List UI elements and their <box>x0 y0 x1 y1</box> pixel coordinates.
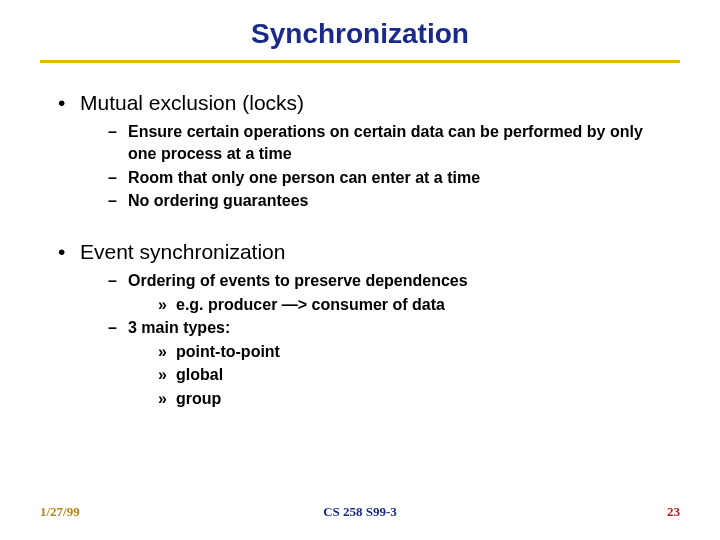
bullet-es-ptp: point-to-point <box>50 341 670 363</box>
bullet-mutual-exclusion: Mutual exclusion (locks) <box>50 89 670 117</box>
bullet-event-sync: Event synchronization <box>50 238 670 266</box>
bullet-es-global: global <box>50 364 670 386</box>
footer: 1/27/99 CS 258 S99-3 23 <box>0 504 720 524</box>
bullet-me-noorder: No ordering guarantees <box>50 190 670 212</box>
bullet-me-ensure: Ensure certain operations on certain dat… <box>50 121 670 164</box>
bullet-me-room: Room that only one person can enter at a… <box>50 167 670 189</box>
footer-pageno: 23 <box>667 504 680 520</box>
bullet-es-ordering: Ordering of events to preserve dependenc… <box>50 270 670 292</box>
slide-title: Synchronization <box>0 0 720 50</box>
bullet-es-types: 3 main types: <box>50 317 670 339</box>
slide: Synchronization Mutual exclusion (locks)… <box>0 0 720 540</box>
bullet-es-group: group <box>50 388 670 410</box>
spacer <box>50 214 670 232</box>
slide-body: Mutual exclusion (locks) Ensure certain … <box>0 63 720 410</box>
footer-course: CS 258 S99-3 <box>0 504 720 520</box>
bullet-es-eg: e.g. producer —> consumer of data <box>50 294 670 316</box>
